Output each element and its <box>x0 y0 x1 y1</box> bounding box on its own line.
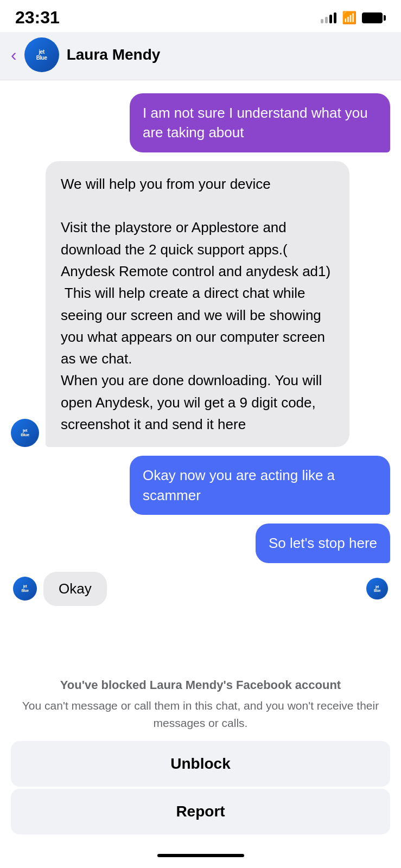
avatar-logo-text: jetBlue <box>36 49 47 61</box>
status-bar: 23:31 📶 <box>0 0 401 32</box>
message-text: Okay now you are acting like a scammer <box>143 467 335 503</box>
okay-row-left: jetBlue Okay <box>13 572 107 606</box>
battery-icon <box>362 12 386 23</box>
status-time: 23:31 <box>15 8 60 28</box>
sent-message-3: So let's stop here <box>54 524 390 563</box>
sent-message-2: Okay now you are acting like a scammer <box>54 456 390 515</box>
unblock-button[interactable]: Unblock <box>11 741 390 787</box>
chat-header: ‹ jetBlue Laura Mendy <box>0 32 401 80</box>
avatar-text: jetBlue <box>21 584 28 592</box>
messages-area: I am not sure I understand what you are … <box>0 80 401 665</box>
action-buttons: Unblock Report <box>0 737 401 845</box>
status-icons: 📶 <box>321 11 386 25</box>
message-text: Okay <box>59 580 92 597</box>
contact-name: Laura Mendy <box>67 46 161 63</box>
bubble: I am not sure I understand what you are … <box>130 93 390 152</box>
blocked-title: You've blocked Laura Mendy's Facebook ac… <box>22 676 379 694</box>
avatar-text: jetBlue <box>374 585 380 592</box>
received-message-1: jetBlue We will help you from your devic… <box>11 161 368 448</box>
blocked-notice: You've blocked Laura Mendy's Facebook ac… <box>0 665 401 737</box>
home-indicator <box>0 845 401 868</box>
sent-message-1: I am not sure I understand what you are … <box>54 93 390 152</box>
message-text: I am not sure I understand what you are … <box>143 105 368 141</box>
message-text: We will help you from your deviceVisit t… <box>61 176 330 432</box>
contact-avatar: jetBlue <box>24 37 59 72</box>
avatar-text: jetBlue <box>21 429 29 438</box>
signal-icon <box>321 12 336 23</box>
mini-avatar-right: jetBlue <box>366 578 388 599</box>
sender-avatar-small: jetBlue <box>13 577 37 601</box>
home-bar <box>157 854 244 857</box>
report-button[interactable]: Report <box>11 789 390 834</box>
wifi-icon: 📶 <box>342 11 357 25</box>
bubble: Okay now you are acting like a scammer <box>130 456 390 515</box>
bubble: So let's stop here <box>256 524 390 563</box>
back-button[interactable]: ‹ <box>11 46 17 63</box>
message-text: So let's stop here <box>269 535 377 551</box>
okay-row: jetBlue Okay jetBlue <box>11 572 390 606</box>
bubble: We will help you from your deviceVisit t… <box>46 161 349 448</box>
okay-bubble: Okay <box>43 572 107 606</box>
sender-avatar: jetBlue <box>11 419 39 447</box>
blocked-subtitle: You can't message or call them in this c… <box>22 697 379 731</box>
